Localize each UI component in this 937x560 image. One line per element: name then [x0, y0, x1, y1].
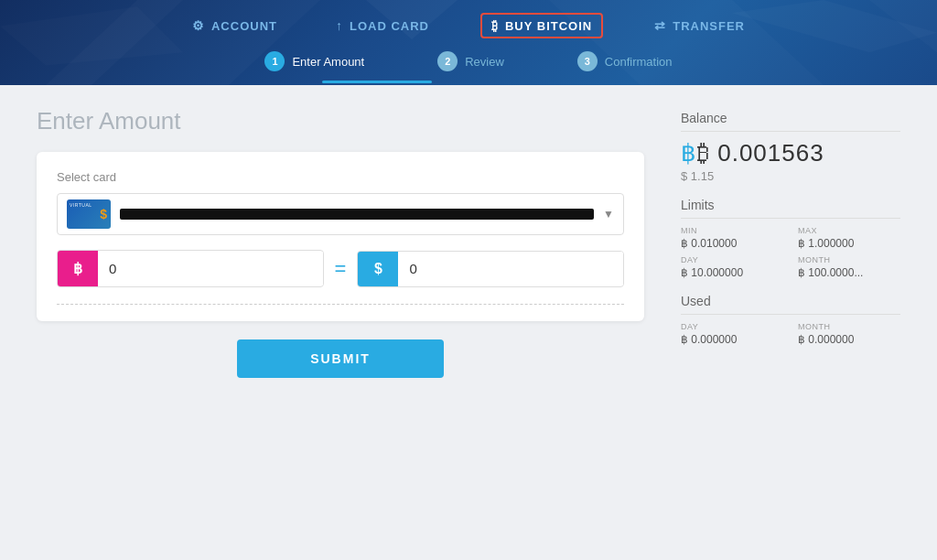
gear-icon: ⚙	[192, 18, 205, 33]
limits-divider	[681, 218, 900, 219]
submit-button[interactable]: SUBMIT	[237, 339, 444, 378]
used-grid: DAY ฿ 0.000000 MONTH ฿ 0.000000	[681, 322, 900, 346]
nav-account[interactable]: ⚙ ACCOUNT	[185, 15, 285, 37]
limit-month: MONTH ฿ 100.0000...	[798, 255, 900, 279]
limits-section: Limits MIN ฿ 0.010000 MAX ฿ 1.000000 DAY…	[681, 198, 900, 279]
used-section: Used DAY ฿ 0.000000 MONTH ฿ 0.000000	[681, 294, 900, 346]
balance-usd-value: $ 1.15	[681, 169, 900, 183]
right-panel: Balance ฿₿ 0.001563 $ 1.15 Limits MIN ฿ …	[681, 107, 900, 508]
limits-grid: MIN ฿ 0.010000 MAX ฿ 1.000000 DAY ฿ 10.0…	[681, 226, 900, 279]
card-thumbnail	[67, 199, 111, 229]
limit-month-key: MONTH	[798, 255, 900, 264]
limit-day-key: DAY	[681, 255, 783, 264]
used-month: MONTH ฿ 0.000000	[798, 322, 900, 346]
limit-day: DAY ฿ 10.000000	[681, 255, 783, 279]
step-1-enter-amount[interactable]: 1 Enter Amount	[264, 51, 364, 71]
left-panel: Enter Amount Select card ▼ ฿ 0 = $ 0	[37, 107, 644, 508]
used-day: DAY ฿ 0.000000	[681, 322, 783, 346]
used-day-value: ฿ 0.000000	[681, 333, 783, 346]
balance-btc-value: ฿₿ 0.001563	[681, 139, 900, 167]
step-3-confirmation[interactable]: 3 Confirmation	[577, 51, 673, 71]
used-divider	[681, 314, 900, 315]
step-2-num: 2	[437, 51, 458, 71]
limit-min: MIN ฿ 0.010000	[681, 226, 783, 250]
limit-min-key: MIN	[681, 226, 783, 235]
step-3-num: 3	[577, 51, 598, 71]
limit-max: MAX ฿ 1.000000	[798, 226, 900, 250]
used-day-key: DAY	[681, 322, 783, 331]
bitcoin-icon: ₿	[491, 18, 499, 33]
limit-max-key: MAX	[798, 226, 900, 235]
nav-transfer[interactable]: ⇄ TRANSFER	[647, 15, 752, 37]
usd-amount-field: $ 0	[357, 251, 624, 287]
step-1-num: 1	[264, 51, 285, 71]
nav-buy-bitcoin[interactable]: ₿ BUY BITCOIN	[480, 13, 603, 38]
used-month-key: MONTH	[798, 322, 900, 331]
limit-day-value: ฿ 10.000000	[681, 266, 783, 279]
btc-prefix: ฿	[58, 251, 98, 286]
balance-label: Balance	[681, 111, 900, 125]
enter-amount-box: Select card ▼ ฿ 0 = $ 0	[37, 152, 644, 321]
main-nav: ⚙ ACCOUNT ↑ LOAD CARD ₿ BUY BITCOIN ⇄ TR…	[0, 0, 937, 38]
limits-label: Limits	[681, 198, 900, 212]
dashed-separator	[57, 304, 624, 305]
limit-min-value: ฿ 0.010000	[681, 237, 783, 250]
step-2-review[interactable]: 2 Review	[437, 51, 504, 71]
card-number-masked	[120, 209, 594, 220]
chevron-down-icon: ▼	[603, 208, 614, 221]
transfer-icon: ⇄	[654, 18, 666, 33]
btc-amount-input[interactable]: 0	[98, 252, 323, 285]
card-select-dropdown[interactable]: ▼	[57, 193, 624, 235]
balance-divider	[681, 131, 900, 132]
usd-prefix: $	[358, 252, 398, 286]
page-title: Enter Amount	[37, 107, 644, 135]
btc-amount-field: ฿ 0	[57, 250, 324, 287]
used-month-value: ฿ 0.000000	[798, 333, 900, 346]
main-content: Enter Amount Select card ▼ ฿ 0 = $ 0	[0, 85, 937, 526]
limit-month-value: ฿ 100.0000...	[798, 266, 900, 279]
used-label: Used	[681, 294, 900, 308]
upload-icon: ↑	[336, 18, 343, 33]
equals-sign: =	[335, 257, 347, 281]
btc-symbol: ฿	[681, 139, 697, 167]
limit-max-value: ฿ 1.000000	[798, 237, 900, 250]
nav-load-card[interactable]: ↑ LOAD CARD	[328, 15, 436, 37]
amount-row: ฿ 0 = $ 0	[57, 250, 624, 287]
select-card-label: Select card	[57, 170, 624, 184]
header: ⚙ ACCOUNT ↑ LOAD CARD ₿ BUY BITCOIN ⇄ TR…	[0, 0, 937, 85]
steps-bar: 1 Enter Amount 2 Review 3 Confirmation	[0, 38, 937, 71]
usd-amount-input[interactable]: 0	[398, 252, 623, 285]
submit-row: SUBMIT	[37, 339, 644, 378]
balance-section: Balance ฿₿ 0.001563 $ 1.15	[681, 111, 900, 183]
